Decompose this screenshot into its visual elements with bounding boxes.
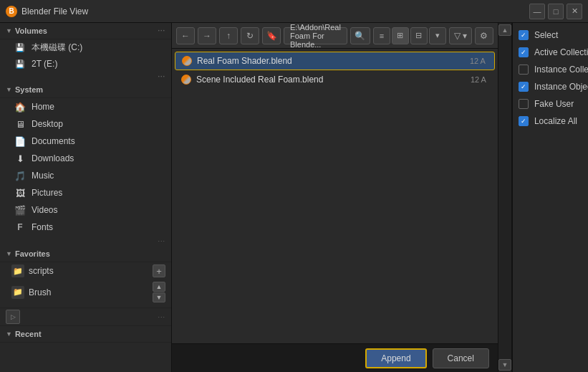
favorites-header[interactable]: ▼ Favorites	[0, 246, 171, 262]
volumes-more[interactable]: ···	[158, 27, 165, 34]
sidebar-item-music[interactable]: 🎵 Music	[0, 167, 171, 184]
music-icon: 🎵	[14, 170, 26, 181]
drive-icon-2: 💾	[14, 58, 26, 70]
fonts-label: Fonts	[32, 222, 53, 232]
system-header[interactable]: ▼ System	[0, 82, 171, 98]
close-button[interactable]: ✕	[567, 4, 582, 19]
file-item-0[interactable]: Real Foam Shader.blend 12 A	[175, 52, 495, 70]
scripts-label: scripts	[29, 266, 54, 276]
sidebar-item-documents[interactable]: 📄 Documents	[0, 133, 171, 150]
active-collection-checkbox[interactable]	[519, 47, 529, 57]
videos-icon: 🎬	[14, 204, 26, 216]
brush-move-down[interactable]: ▼	[153, 292, 165, 302]
scripts-controls: +	[153, 264, 165, 277]
instance-object-data-checkbox[interactable]	[519, 82, 529, 92]
maximize-button[interactable]: □	[548, 4, 564, 19]
sidebar-item-home[interactable]: 🏠 Home	[0, 98, 171, 115]
file-name-0: Real Foam Shader.blend	[197, 56, 466, 66]
sidebar-item-scripts[interactable]: 📁 scripts +	[0, 262, 171, 280]
videos-label: Videos	[32, 205, 57, 215]
right-panel: Select Active Collection Instance Collec…	[512, 23, 588, 372]
append-button[interactable]: Append	[365, 348, 426, 368]
cancel-button[interactable]: Cancel	[433, 348, 489, 368]
documents-icon: 📄	[14, 135, 26, 147]
system-section: ▼ System 🏠 Home 🖥 Desktop 📄 Documents ⬇ …	[0, 82, 171, 246]
select-checkbox[interactable]	[519, 30, 529, 40]
up-button[interactable]: ↑	[219, 27, 238, 44]
desktop-label: Desktop	[32, 119, 63, 129]
music-label: Music	[32, 171, 54, 181]
sidebar-item-desktop[interactable]: 🖥 Desktop	[0, 115, 171, 133]
file-item-1[interactable]: Scene Included Real Foam.blend 12 A	[175, 71, 495, 88]
sidebar-bottom-more[interactable]: ···	[158, 313, 165, 320]
localize-all-checkbox[interactable]	[519, 116, 529, 126]
sidebar: ▼ Volumes ··· 💾 本機磁碟 (C:) 💾 2T (E:) ··· …	[0, 23, 172, 372]
minimize-button[interactable]: —	[529, 4, 545, 19]
instance-collections-checkbox[interactable]	[519, 65, 529, 75]
refresh-button[interactable]: ↻	[241, 27, 259, 44]
c-drive-label: 本機磁碟 (C:)	[32, 42, 82, 54]
documents-label: Documents	[32, 136, 75, 146]
sidebar-item-2t-drive[interactable]: 💾 2T (E:)	[0, 56, 171, 72]
file-size-0: 12 A	[470, 57, 486, 65]
scripts-folder-icon: 📁	[11, 264, 24, 277]
search-button[interactable]: 🔍	[350, 27, 370, 44]
forward-button[interactable]: →	[198, 27, 216, 44]
localize-all-label: Localize All	[534, 116, 577, 126]
view-list-button[interactable]: ≡	[373, 27, 390, 44]
brush-move-up[interactable]: ▲	[153, 282, 165, 292]
filter-button[interactable]: ▽ ▾	[449, 27, 472, 44]
checkbox-row-localize-all: Localize All	[519, 115, 588, 128]
path-bar[interactable]: E:\Addon\Real Foam For Blende...	[284, 27, 347, 44]
fake-user-checkbox[interactable]	[519, 99, 529, 109]
recent-label: Recent	[15, 330, 42, 338]
titlebar: B Blender File View — □ ✕	[0, 0, 588, 23]
sidebar-item-brush[interactable]: 📁 Brush ▲ ▼	[0, 280, 171, 305]
sidebar-item-pictures[interactable]: 🖼 Pictures	[0, 184, 171, 201]
sidebar-item-downloads[interactable]: ⬇ Downloads	[0, 150, 171, 167]
settings-button[interactable]: ⚙	[475, 27, 493, 44]
volumes-expand[interactable]: ···	[158, 73, 165, 80]
downloads-label: Downloads	[32, 153, 74, 163]
favorites-section: ▼ Favorites 📁 scripts + 📁 Brush ▲ ▼	[0, 246, 171, 305]
volumes-header[interactable]: ▼ Volumes ···	[0, 23, 171, 39]
scroll-up-button[interactable]: ▲	[498, 24, 511, 36]
sidebar-item-c-drive[interactable]: 💾 本機磁碟 (C:)	[0, 39, 171, 56]
bookmark-button[interactable]: 🔖	[262, 27, 281, 44]
home-icon: 🏠	[14, 101, 26, 113]
favorites-add-button[interactable]: +	[153, 264, 165, 277]
view-icons-button[interactable]: ⊟	[410, 27, 428, 44]
view-dropdown-button[interactable]: ▾	[429, 27, 446, 44]
downloads-icon: ⬇	[14, 153, 26, 164]
favorites-arrow: ▼	[6, 250, 12, 257]
sidebar-item-fonts[interactable]: F Fonts	[0, 219, 171, 236]
checkbox-row-fake-user: Fake User	[519, 97, 588, 110]
sidebar-expand-button[interactable]: ▷	[6, 310, 20, 324]
volumes-arrow: ▼	[6, 27, 12, 34]
checkbox-row-active-collection: Active Collection	[519, 46, 588, 59]
recent-header[interactable]: ▼ Recent	[0, 325, 171, 343]
instance-collections-label: Instance Collections	[534, 65, 588, 75]
file-list: Real Foam Shader.blend 12 A Scene Includ…	[172, 49, 498, 343]
back-button[interactable]: ←	[176, 27, 195, 44]
content-area: ← → ↑ ↻ 🔖 E:\Addon\Real Foam For Blende.…	[172, 23, 498, 372]
favorites-label: Favorites	[15, 249, 50, 258]
checkbox-row-instance-collections: Instance Collections	[519, 63, 588, 76]
pictures-icon: 🖼	[14, 187, 26, 199]
checkbox-row-select: Select	[519, 29, 588, 42]
instance-object-data-label: Instance Object Data	[534, 82, 588, 92]
active-collection-label: Active Collection	[534, 47, 588, 57]
scroll-down-button[interactable]: ▼	[498, 359, 511, 371]
checkbox-row-instance-object-data: Instance Object Data	[519, 80, 588, 93]
system-more[interactable]: ···	[158, 237, 165, 244]
view-grid-button[interactable]: ⊞	[392, 27, 409, 44]
brush-label: Brush	[29, 287, 51, 297]
system-label: System	[15, 85, 43, 94]
window-title: Blender File View	[21, 6, 88, 16]
toolbar: ← → ↑ ↻ 🔖 E:\Addon\Real Foam For Blende.…	[172, 23, 498, 49]
fake-user-label: Fake User	[534, 99, 574, 109]
filter-icon: ▽	[454, 31, 461, 41]
system-arrow: ▼	[6, 86, 12, 93]
sidebar-item-videos[interactable]: 🎬 Videos	[0, 201, 171, 219]
home-label: Home	[32, 102, 54, 112]
